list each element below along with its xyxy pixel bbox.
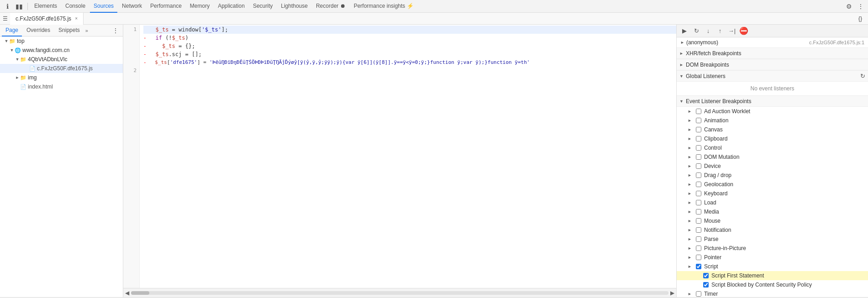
folder2-icon: 📁: [20, 57, 26, 63]
file-tab[interactable]: c.FxJzG50F.dfe1675.js ×: [10, 13, 84, 25]
bp-checkbox[interactable]: [696, 246, 701, 251]
right-panel: ▶ ↻ ↓ ↑ →| ⛔ ► (anonymous) c.FxJzG50F.df…: [676, 25, 868, 297]
bp-item[interactable]: ►Drag / drop: [677, 171, 868, 180]
bp-checkbox[interactable]: [696, 109, 701, 114]
bp-checkbox[interactable]: [696, 173, 701, 178]
dom-header[interactable]: ► DOM Breakpoints: [677, 59, 868, 70]
sidebar-toggle-icon[interactable]: ☰: [0, 14, 10, 24]
device-toolbar-icon[interactable]: ▮▮: [14, 1, 25, 12]
inspect-icon[interactable]: ℹ: [2, 1, 13, 12]
scroll-right-btn[interactable]: ▶: [670, 290, 674, 296]
bp-item-arrow: ►: [688, 182, 693, 187]
bp-item[interactable]: ►Device: [677, 162, 868, 171]
bp-item[interactable]: ►Keyboard: [677, 189, 868, 198]
bp-item[interactable]: ►Geolocation: [677, 180, 868, 189]
bp-item[interactable]: ►Mouse: [677, 216, 868, 225]
bp-checkbox[interactable]: [696, 218, 701, 224]
anon-section[interactable]: ► (anonymous) c.FxJzG50F.dfe1675.js:1: [677, 37, 868, 48]
code-scrollbar[interactable]: ◀ ▶: [123, 288, 676, 297]
bp-checkbox[interactable]: [696, 209, 701, 214]
file-tab-close[interactable]: ×: [73, 16, 79, 22]
tab-perf-insights[interactable]: Performance insights ⚡: [350, 0, 417, 13]
bp-item[interactable]: ►Timer: [677, 289, 868, 297]
resume-btn[interactable]: ▶: [679, 26, 689, 36]
tab-lighthouse[interactable]: Lighthouse: [277, 0, 311, 13]
bp-checkbox[interactable]: [696, 154, 701, 160]
subtab-snippets[interactable]: Snippets: [55, 25, 84, 37]
scroll-thumb[interactable]: [131, 291, 149, 295]
bp-item[interactable]: Script Blocked by Content Security Polic…: [677, 280, 868, 289]
bp-checkbox[interactable]: [696, 163, 701, 169]
bp-item[interactable]: ►Pointer: [677, 253, 868, 262]
tree-item-js-file[interactable]: ▶ 📄 c.FxJzG50F.dfe1675.js: [0, 64, 123, 73]
tree-item-img-folder[interactable]: ► 📁 img: [0, 73, 123, 82]
deactivate-btn[interactable]: ⛔: [739, 26, 749, 36]
bp-item[interactable]: ►Load: [677, 198, 868, 207]
format-icon[interactable]: {}: [855, 14, 865, 24]
tree-item-folder1[interactable]: ▼ 📁 4QbVtADbnLVlc: [0, 55, 123, 64]
step-btn[interactable]: →|: [727, 26, 737, 36]
scroll-left-btn[interactable]: ◀: [125, 290, 129, 296]
bp-checkbox[interactable]: [696, 145, 701, 151]
step-over-btn[interactable]: ↻: [691, 26, 701, 36]
bp-item[interactable]: ►Notification: [677, 225, 868, 235]
subtab-overrides[interactable]: Overrides: [23, 25, 54, 37]
tab-sources[interactable]: Sources: [90, 0, 117, 13]
bp-item[interactable]: ►Ad Auction Worklet: [677, 107, 868, 116]
more-options-icon[interactable]: ⋮: [855, 1, 866, 12]
bp-item-arrow: ►: [688, 228, 693, 232]
bp-item-label: Drag / drop: [704, 172, 731, 178]
bp-items-container: ►Ad Auction Worklet►Animation►Canvas►Cli…: [677, 107, 868, 297]
global-listeners-header[interactable]: ▼ Global Listeners ↻: [677, 71, 868, 82]
tree-item-top[interactable]: ▼ 📁 top: [0, 37, 123, 46]
bp-checkbox[interactable]: [696, 127, 701, 132]
bp-checkbox[interactable]: [696, 200, 701, 205]
code-line-3: - $_ts = {};: [143, 42, 676, 50]
tab-network[interactable]: Network: [118, 0, 146, 13]
tab-application[interactable]: Application: [214, 0, 248, 13]
bp-item[interactable]: ►Canvas: [677, 125, 868, 134]
bp-checkbox[interactable]: [696, 182, 701, 187]
step-into-btn[interactable]: ↓: [703, 26, 713, 36]
bp-item[interactable]: ►Clipboard: [677, 134, 868, 143]
bp-checkbox[interactable]: [696, 191, 701, 196]
bp-checkbox[interactable]: [696, 255, 701, 260]
tree-label-img-folder: img: [28, 74, 37, 81]
bp-item-label: Geolocation: [704, 181, 733, 188]
step-out-btn[interactable]: ↑: [715, 26, 725, 36]
gl-refresh-btn[interactable]: ↻: [860, 73, 865, 79]
bp-checkbox[interactable]: [696, 118, 701, 123]
bp-checkbox[interactable]: [696, 227, 701, 233]
bp-checkbox[interactable]: [696, 264, 701, 269]
tab-memory[interactable]: Memory: [186, 0, 213, 13]
tab-security[interactable]: Security: [249, 0, 276, 13]
subtab-page[interactable]: Page: [2, 25, 22, 37]
tree-item-html-file[interactable]: ▶ 📄 index.html: [0, 82, 123, 91]
settings-icon[interactable]: ⚙: [843, 1, 854, 12]
tab-elements[interactable]: Elements: [31, 0, 61, 13]
bp-item[interactable]: ►DOM Mutation: [677, 152, 868, 162]
bp-checkbox[interactable]: [703, 273, 709, 278]
tree-item-domain[interactable]: ▼ 🌐 www.fangdi.com.cn: [0, 46, 123, 55]
bp-item[interactable]: ►Media: [677, 207, 868, 216]
bp-checkbox[interactable]: [696, 291, 701, 297]
xhr-header[interactable]: ► XHR/fetch Breakpoints: [677, 48, 868, 59]
bp-item[interactable]: ►Picture-in-Picture: [677, 244, 868, 253]
bp-item[interactable]: ►Script: [677, 262, 868, 271]
bp-item[interactable]: Script First Statement: [677, 271, 868, 280]
bp-item[interactable]: ►Animation: [677, 116, 868, 125]
code-content[interactable]: $_ts = window['$_ts']; - if (!$_ts) - $_…: [140, 25, 676, 288]
bp-item[interactable]: ►Control: [677, 143, 868, 152]
bp-checkbox[interactable]: [696, 236, 701, 242]
tab-performance[interactable]: Performance: [147, 0, 185, 13]
bp-checkbox[interactable]: [703, 282, 709, 288]
subtab-more-options[interactable]: ⋮: [110, 25, 121, 36]
bp-checkbox[interactable]: [696, 136, 701, 141]
subtabs-more-icon[interactable]: »: [85, 28, 88, 33]
dom-title: DOM Breakpoints: [686, 62, 729, 68]
tab-console[interactable]: Console: [62, 0, 89, 13]
bp-item[interactable]: ►Parse: [677, 235, 868, 244]
tab-recorder[interactable]: Recorder ⏺: [312, 0, 349, 13]
toolbar-right: ⚙ ⋮: [843, 1, 866, 12]
event-listener-header[interactable]: ▼ Event Listener Breakpoints: [677, 96, 868, 107]
